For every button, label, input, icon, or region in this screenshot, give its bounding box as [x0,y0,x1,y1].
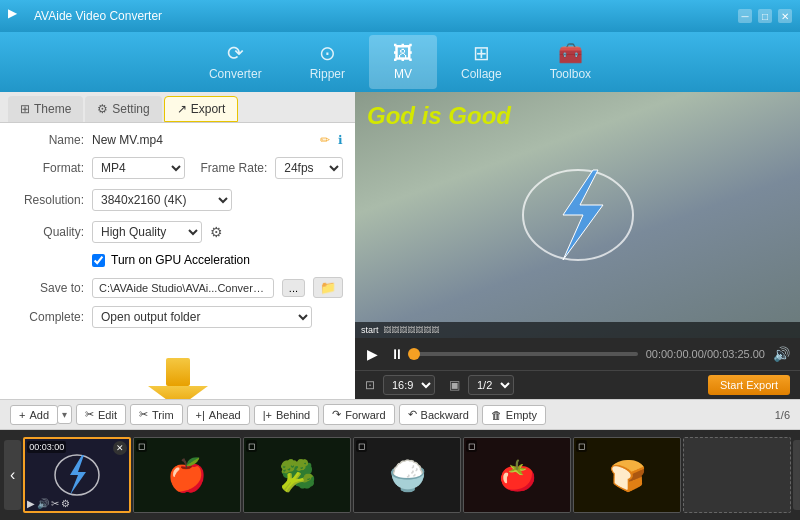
nav-bar: ⟳ Converter ⊙ Ripper 🖼 MV ⊞ Collage 🧰 To… [0,32,800,92]
down-arrow-icon [148,358,208,399]
nav-mv-label: MV [394,67,412,81]
thumbnail-3[interactable]: ◻ 🥦 [243,437,351,513]
collage-icon: ⊞ [473,43,490,63]
ahead-label: Ahead [209,409,241,421]
page-icon: ▣ [449,378,460,392]
trim-label: Trim [152,409,174,421]
add-label: Add [29,409,49,421]
video-controls-row2: ⊡ 16:9 4:3 1:1 ▣ 1/2 2/2 Start Export [355,370,800,399]
gpu-checkbox[interactable] [92,254,105,267]
open-folder-button[interactable]: 📁 [313,277,343,298]
browse-path-button[interactable]: ... [282,279,305,297]
ahead-icon: +| [196,409,205,421]
prev-thumb-button[interactable]: ‹ [4,440,21,510]
settings-area: Name: ✏ ℹ Format: MP4 AVI MOV Frame Rate… [0,123,355,348]
play-button[interactable]: ▶ [365,344,380,364]
add-dropdown-button[interactable]: ▾ [57,405,72,424]
behind-label: Behind [276,409,310,421]
resolution-select[interactable]: 3840x2160 (4K) 1920x1080 (HD) 1280x720 [92,189,232,211]
title-bar: ▶ AVAide Video Converter ─ □ ✕ [0,0,800,32]
start-export-button-right[interactable]: Start Export [708,375,790,395]
app-window: ▶ AVAide Video Converter ─ □ ✕ ⟳ Convert… [0,0,800,520]
video-inner-icons: 🖼🖼🖼🖼🖼🖼🖼 [383,326,439,335]
thumb-marker-3: ◻ [246,440,257,452]
converter-icon: ⟳ [227,43,244,63]
thumb-bg-3: 🥦 [244,438,350,512]
svg-rect-0 [166,358,190,386]
edit-button[interactable]: ✂ Edit [76,404,126,425]
page-select[interactable]: 1/2 2/2 [468,375,514,395]
aspect-ratio-select[interactable]: 16:9 4:3 1:1 [383,375,435,395]
stop-button[interactable]: ⏸ [388,344,406,364]
format-select[interactable]: MP4 AVI MOV [92,157,185,179]
forward-button[interactable]: ↷ Forward [323,404,394,425]
thumbnail-1[interactable]: 00:03:00 ▶ 🔊 ✂ ⚙ ✕ [23,437,131,513]
export-btn-area: Start Export [0,348,355,399]
thumb-marker-2: ◻ [136,440,147,452]
framerate-select[interactable]: 24fps 30fps 60fps [275,157,343,179]
content-area: ⊞ Theme ⚙ Setting ↗ Export Name: [0,92,800,399]
tab-theme[interactable]: ⊞ Theme [8,96,83,122]
forward-icon: ↷ [332,408,341,421]
name-input[interactable] [92,133,312,147]
trim-button[interactable]: ✂ Trim [130,404,183,425]
backward-button[interactable]: ↶ Backward [399,404,478,425]
behind-button[interactable]: |+ Behind [254,405,320,425]
right-panel: God is Good start 🖼🖼🖼🖼🖼🖼🖼 [355,92,800,399]
tab-export[interactable]: ↗ Export [164,96,239,122]
resolution-label: Resolution: [12,193,84,207]
nav-collage[interactable]: ⊞ Collage [437,35,526,89]
edit-icon[interactable]: ✏ [320,133,330,147]
nav-mv[interactable]: 🖼 MV [369,35,437,89]
close-button[interactable]: ✕ [778,9,792,23]
panel-tabs: ⊞ Theme ⚙ Setting ↗ Export [0,92,355,123]
empty-label: Empty [506,409,537,421]
video-controls-bar: ▶ ⏸ 00:00:00.00/00:03:25.00 🔊 [355,338,800,370]
setting-tab-label: Setting [112,102,149,116]
window-controls: ─ □ ✕ [738,9,792,23]
complete-select[interactable]: Open output folder Do nothing Shut down [92,306,312,328]
next-thumb-button[interactable]: › [793,440,800,510]
progress-bar[interactable] [414,352,638,356]
thumbnail-4[interactable]: ◻ 🍚 [353,437,461,513]
nav-toolbox[interactable]: 🧰 Toolbox [526,35,615,89]
forward-label: Forward [345,409,385,421]
nav-ripper[interactable]: ⊙ Ripper [286,35,369,89]
save-path-input[interactable] [92,278,274,298]
ahead-button[interactable]: +| Ahead [187,405,250,425]
video-bg: God is Good start 🖼🖼🖼🖼🖼🖼🖼 [355,92,800,338]
minimize-button[interactable]: ─ [738,9,752,23]
thumbnail-2[interactable]: ◻ 🍎 [133,437,241,513]
format-label: Format: [12,161,84,175]
backward-icon: ↶ [408,408,417,421]
app-logo: ▶ [8,6,28,26]
theme-tab-icon: ⊞ [20,102,30,116]
behind-icon: |+ [263,409,272,421]
setting-tab-icon: ⚙ [97,102,108,116]
quality-select[interactable]: High Quality Medium Quality Low Quality [92,221,202,243]
thumb-play-icon: ▶ [27,498,35,509]
add-icon: + [19,409,25,421]
edit-scissors-icon: ✂ [85,408,94,421]
thumbnail-6[interactable]: ◻ 🍞 [573,437,681,513]
bottom-section: + Add ▾ ✂ Edit ✂ Trim +| Ahead |+ Behind [0,399,800,520]
trash-icon: 🗑 [491,409,502,421]
thumb-gear-icon: ⚙ [61,498,70,509]
backward-label: Backward [421,409,469,421]
empty-button[interactable]: 🗑 Empty [482,405,546,425]
mv-icon: 🖼 [393,43,413,63]
volume-icon[interactable]: 🔊 [773,346,790,362]
time-display: 00:00:00.00/00:03:25.00 [646,348,765,360]
thumb-bg-4: 🍚 [354,438,460,512]
time-total: 00:03:25.00 [707,348,765,360]
nav-converter[interactable]: ⟳ Converter [185,35,286,89]
thumbnail-5[interactable]: ◻ 🍅 [463,437,571,513]
progress-thumb [408,348,420,360]
restore-button[interactable]: □ [758,9,772,23]
add-button[interactable]: + Add [10,405,58,425]
video-title: God is Good [367,102,511,130]
quality-gear-icon[interactable]: ⚙ [210,224,223,240]
tab-setting[interactable]: ⚙ Setting [85,96,161,122]
page-info: 1/6 [775,409,790,421]
info-icon[interactable]: ℹ [338,133,343,147]
